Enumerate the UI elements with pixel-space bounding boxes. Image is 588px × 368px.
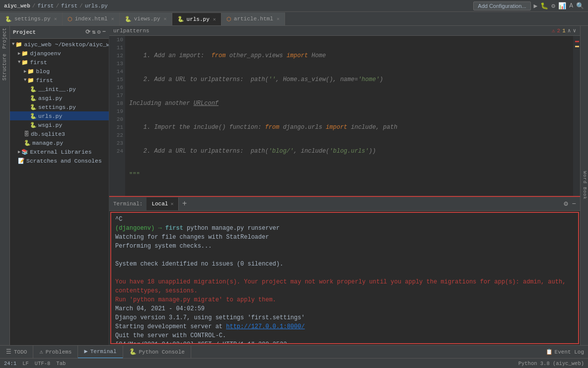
panel-minus-icon[interactable]: −: [102, 28, 106, 36]
py-icon3: 🐍: [177, 16, 184, 22]
terminal-tab-close[interactable]: ✕: [170, 201, 173, 207]
tree-first[interactable]: ▼ 📁 first: [10, 58, 109, 67]
error-badge: ⚠: [552, 27, 555, 34]
warning-count: 1: [562, 28, 566, 34]
tree-first-sub-label: first: [36, 77, 53, 84]
html-icon: ⬡: [68, 16, 73, 22]
add-config-button[interactable]: Add Configuration...: [473, 1, 530, 10]
python-console-icon: 🐍: [129, 348, 137, 356]
panel-sort-icon[interactable]: ⇅: [92, 28, 95, 36]
tab-problems[interactable]: ⚠ Problems: [33, 346, 78, 359]
run-icon[interactable]: ▶: [534, 2, 538, 10]
tree-settings-label: settings.py: [38, 104, 76, 110]
breadcrumb-file[interactable]: urls.py: [85, 3, 108, 9]
term-watching: Watching for file changes with StatReloa…: [115, 233, 574, 242]
coverage-icon[interactable]: ⚙: [551, 2, 555, 10]
editor-tabs-bar: 🐍 settings.py ✕ ⬡ index.html ✕ 🐍 views.p…: [0, 12, 588, 26]
status-python-version[interactable]: Python 3.8 (aiyc_web): [518, 361, 584, 367]
folder-icon3: 📁: [21, 59, 28, 66]
tree-asgi[interactable]: 🐍 asgi.py: [10, 93, 109, 102]
code-editor[interactable]: 1. Add an import: from other_app.views i…: [125, 36, 573, 196]
top-bar-left: aiyc_web / first / first / urls.py: [4, 3, 471, 9]
ext-arrow: ▶: [18, 149, 20, 155]
terminal-tab-local[interactable]: Local ✕: [147, 197, 179, 210]
terminal-content[interactable]: ^C (djangoenv) → first python manage.py …: [110, 212, 579, 344]
tree-djangoenv[interactable]: ▶ 📁 djangoenv: [10, 49, 109, 58]
code-line-13: 1. Import the include() function: from d…: [129, 123, 569, 131]
status-encoding[interactable]: UTF-8: [35, 361, 51, 367]
folder-icon: 📁: [15, 41, 22, 48]
tab-terminal[interactable]: ▶ Terminal: [78, 346, 123, 359]
tree-root[interactable]: ▼ 📁 aiyc_web ~/Desktop/aiyc_w: [10, 40, 109, 49]
folder-icon5: 📁: [27, 77, 34, 84]
project-icon[interactable]: Project: [2, 28, 7, 49]
indent-value: Tab: [56, 361, 66, 367]
tree-first-sub[interactable]: ▼ 📁 first: [10, 76, 109, 85]
breadcrumb-2[interactable]: first: [61, 3, 77, 9]
tab-settings-py[interactable]: 🐍 settings.py ✕: [0, 12, 63, 25]
tree-wsgi-label: wsgi.py: [38, 122, 62, 128]
djangoenv-arrow: ▶: [18, 51, 20, 56]
tree-db[interactable]: 🗄 db.sqlite3: [10, 129, 109, 138]
terminal-settings-icon[interactable]: ⚙: [564, 199, 568, 208]
tab-article-close[interactable]: ✕: [277, 16, 280, 22]
status-line-ending[interactable]: LF: [22, 361, 29, 367]
tab-index-close[interactable]: ✕: [111, 16, 114, 22]
profile-icon[interactable]: 📊: [558, 2, 566, 10]
line-num: 19: [109, 107, 123, 115]
breadcrumb-1[interactable]: first: [37, 3, 54, 9]
term-quit-msg: Quit the server with CONTROL-C.: [115, 331, 574, 340]
chevron-down-icon[interactable]: ∨: [573, 27, 576, 34]
tab-views-close[interactable]: ✕: [164, 16, 167, 22]
bottom-tabs-bar: ☰ TODO ⚠ Problems ▶ Terminal 🐍 Python Co…: [0, 345, 588, 358]
terminal-add-button[interactable]: +: [179, 198, 190, 209]
tree-manage[interactable]: 🐍 manage.py: [10, 138, 109, 147]
tree-ext-libs[interactable]: ▶ 📚 External Libraries: [10, 147, 109, 156]
tree-urls[interactable]: 🐍 urls.py: [10, 111, 109, 120]
tree-init[interactable]: 🐍 __init__.py: [10, 85, 109, 93]
error-indicator: ⚠ 2 1 ∧ ∨: [552, 27, 576, 34]
scratch-icon: 📝: [18, 158, 25, 164]
tab-views-py[interactable]: 🐍 views.py ✕: [120, 12, 172, 25]
panel-sync-icon[interactable]: ⟳: [85, 28, 90, 36]
line-num: 15: [109, 76, 123, 84]
ext-icon: 📚: [21, 149, 28, 155]
tree-wsgi[interactable]: 🐍 wsgi.py: [10, 120, 109, 129]
error-stripe: [575, 41, 579, 42]
structure-icon[interactable]: Structure: [2, 54, 7, 81]
terminal-icon: ▶: [84, 348, 87, 355]
project-panel: Project ⟳ ⇅ ⚙ − ▼ 📁 aiyc_web ~/Desktop/a…: [10, 26, 109, 345]
term-syscheck: System check identified no issues (0 sil…: [115, 260, 574, 269]
tree-scratches[interactable]: 📝 Scratches and Consoles: [10, 156, 109, 165]
line-num: 18: [109, 99, 123, 107]
term-blank2: [115, 269, 574, 277]
tab-urls-close[interactable]: ✕: [213, 16, 216, 22]
tab-todo[interactable]: ☰ TODO: [0, 346, 33, 359]
tab-urls-py[interactable]: 🐍 urls.py ✕: [172, 12, 221, 25]
line-numbers: 10 11 12 13 14 15 16 17 18 19 20 21 22 2…: [109, 36, 125, 196]
tab-article-html[interactable]: ⬡ article.html ✕: [221, 12, 285, 25]
status-position[interactable]: 24:1: [4, 361, 16, 367]
tab-settings-close[interactable]: ✕: [54, 16, 57, 22]
right-sidebar: Word Book: [580, 26, 588, 345]
tree-settings[interactable]: 🐍 settings.py: [10, 102, 109, 111]
tab-python-console[interactable]: 🐍 Python Console: [123, 346, 191, 359]
line-num: 13: [109, 60, 123, 68]
line-num: 24: [109, 147, 123, 155]
tree-db-label: db.sqlite3: [31, 131, 65, 137]
chevron-up-icon[interactable]: ∧: [568, 27, 571, 34]
terminal-minimize-icon[interactable]: −: [572, 200, 576, 208]
terminal-label: Terminal:: [113, 201, 143, 207]
top-bar-right: Add Configuration... ▶ 🐛 ⚙ 📊 A 🔍: [473, 1, 584, 10]
status-indent[interactable]: Tab: [56, 361, 66, 367]
translate-icon[interactable]: A: [569, 2, 573, 9]
tab-index-html[interactable]: ⬡ index.html ✕: [63, 12, 120, 25]
tree-blog[interactable]: ▶ 📁 blog: [10, 67, 109, 76]
panel-gear-icon[interactable]: ⚙: [97, 28, 101, 36]
tab-urls-label: urls.py: [187, 16, 210, 22]
term-date: March 04, 2021 - 04:02:59: [115, 304, 574, 313]
term-performing: Performing system checks...: [115, 242, 574, 251]
event-log[interactable]: 📋 Event Log: [546, 349, 588, 355]
debug-icon[interactable]: 🐛: [540, 2, 548, 10]
search-icon[interactable]: 🔍: [576, 2, 584, 10]
